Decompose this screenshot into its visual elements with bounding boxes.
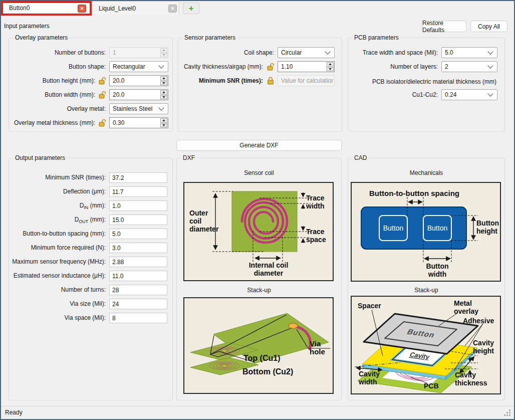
copy-all-button[interactable]: Copy All — [470, 21, 507, 32]
cavity-height-label: Cavity height — [473, 339, 500, 355]
output-max-frequency-field[interactable] — [109, 257, 167, 267]
cu1-cu2-value: 0.24 — [445, 91, 456, 98]
mechanicals-button2-label: Button — [427, 224, 447, 232]
number-of-layers-value: 2 — [445, 63, 448, 70]
spin-down-button[interactable] — [160, 81, 167, 86]
trace-width-label: Trace width — [306, 194, 330, 210]
spin-down-button[interactable] — [327, 67, 334, 72]
metal-overlay-label: Metal overlay — [454, 299, 487, 315]
triangle-up-icon — [162, 119, 165, 121]
spin-down-button[interactable] — [160, 53, 167, 58]
tab-button0-close-icon[interactable]: ✕ — [78, 5, 86, 13]
output-spacing-field[interactable] — [109, 229, 167, 239]
coil-shape-label: Coil shape: — [244, 47, 274, 58]
internal-coil-diameter-label: Internal coil diameter — [238, 261, 299, 277]
generate-dxf-button[interactable]: Generate DXF — [176, 140, 342, 151]
overlay-metal-thickness-label: Overlay metal thickness (mm): — [14, 117, 95, 128]
outer-coil-diameter-label: Outer coil diameter — [189, 209, 220, 233]
spin-up-button[interactable] — [160, 48, 167, 53]
tab-liquid-level0[interactable]: Liquid_Level0 — [92, 1, 179, 15]
number-of-layers-combobox[interactable]: 2 — [441, 61, 497, 72]
restore-defaults-button[interactable]: Restore Defaults — [422, 21, 466, 32]
cavity-thickness-value: 1.10 — [281, 63, 293, 70]
tab-liquid-level0-close-icon[interactable]: ✕ — [168, 5, 177, 13]
cu1-cu2-label: Cu1-Cu2: — [412, 89, 438, 100]
cavity-thickness-spinbox[interactable]: 1.10 — [278, 61, 335, 72]
output-turns-field[interactable] — [109, 285, 167, 295]
chevron-down-icon — [487, 49, 493, 54]
sensor-parameters-legend: Sensor parameters — [182, 34, 237, 42]
output-min-force-field[interactable] — [109, 243, 167, 253]
mechanicals-button1-label: Button — [383, 224, 403, 232]
bottom-cu2-label: Bottom (Cu2) — [242, 368, 293, 376]
status-bar: Ready — [1, 406, 514, 419]
spin-up-button[interactable] — [160, 76, 167, 81]
output-via-size-label: Via size (Mil): — [70, 299, 106, 309]
spin-up-button[interactable] — [160, 118, 167, 123]
button-width-spinbox[interactable]: 20.0 — [109, 89, 168, 100]
number-of-layers-label: Number of layers: — [390, 61, 438, 72]
coil-shape-value: Circular — [281, 49, 302, 56]
resize-grip[interactable] — [504, 409, 510, 416]
tab-liquid-level0-label: Liquid_Level0 — [99, 5, 136, 12]
cad-group: CAD Mechanicals Button Button Button-to-… — [348, 158, 505, 400]
coil-shape-combobox[interactable]: Circular — [278, 47, 335, 58]
button-height-spinbox[interactable]: 20.0 — [109, 75, 168, 86]
overlay-parameters-legend: Overlay parameters — [13, 34, 70, 42]
output-max-frequency-label: Maximum sensor frequency (MHz): — [12, 257, 106, 267]
lock-open-icon[interactable] — [98, 90, 107, 99]
output-via-size-field[interactable] — [109, 299, 167, 309]
lock-closed-icon[interactable] — [267, 76, 275, 85]
trace-width-space-combobox[interactable]: 5.0 — [441, 47, 497, 58]
output-spacing-label: Button-to-button spacing (mm): — [23, 229, 106, 239]
lock-open-icon[interactable] — [98, 76, 107, 85]
number-of-buttons-value: 1 — [113, 49, 116, 56]
pcb-label: PCB — [424, 382, 439, 390]
output-deflection-field[interactable] — [109, 186, 167, 197]
spin-buttons — [326, 62, 334, 72]
spin-buttons — [160, 48, 168, 58]
min-snr-input[interactable] — [278, 75, 335, 86]
triangle-up-icon — [162, 77, 165, 79]
pcb-parameters-legend: PCB parameters — [352, 34, 401, 42]
chevron-down-icon — [487, 63, 493, 68]
output-din-field[interactable] — [109, 200, 167, 211]
lock-open-icon[interactable] — [267, 62, 275, 71]
output-dout-field[interactable] — [109, 215, 167, 225]
triangle-down-icon — [162, 54, 165, 56]
plus-icon: + — [189, 4, 194, 14]
via-hole-label: Via hole — [310, 340, 331, 356]
spin-down-button[interactable] — [160, 123, 167, 128]
lock-open-icon[interactable] — [98, 118, 107, 127]
triangle-up-icon — [162, 49, 165, 51]
overlay-metal-thickness-spinbox[interactable]: 0.30 — [109, 117, 168, 128]
overlay-parameters-group: Overlay parameters Number of buttons: 1 … — [9, 38, 173, 132]
overlay-metal-combobox[interactable]: Stainless Steel — [109, 103, 168, 114]
input-parameters-title: Input parameters — [4, 23, 50, 30]
button-shape-combobox[interactable]: Rectangular — [109, 61, 168, 72]
dxf-stackup-diagram: Top (Cu1) Bottom (Cu2) Via hole — [183, 297, 334, 394]
number-of-buttons-spinbox[interactable]: 1 — [109, 47, 168, 58]
output-parameters-group: Output parameters Minimum SNR (times): D… — [9, 158, 173, 400]
cu1-cu2-combobox[interactable]: 0.24 — [441, 89, 497, 100]
triangle-down-icon — [329, 68, 332, 70]
triangle-down-icon — [162, 96, 165, 98]
spin-down-button[interactable] — [160, 95, 167, 100]
add-tab-button[interactable]: + — [183, 3, 199, 14]
spin-up-button[interactable] — [160, 90, 167, 95]
button-height-label: Button height (mm): — [43, 75, 95, 86]
output-min-snr-field[interactable] — [109, 172, 167, 183]
mechanicals-diagram: Button Button Button-to-button spacing B… — [351, 182, 501, 282]
dxf-stackup-title: Stack-up — [177, 287, 341, 294]
overlay-metal-thickness-value: 0.30 — [113, 119, 124, 126]
button-width-value: 20.0 — [113, 91, 124, 98]
spin-up-button[interactable] — [327, 62, 334, 67]
trace-width-space-label: Trace width and space (Mil): — [363, 47, 438, 58]
button-height-diagram-label: Button height — [476, 219, 499, 235]
output-via-space-label: Via space (Mil): — [65, 313, 106, 323]
output-inductance-field[interactable] — [109, 271, 167, 281]
sensor-parameters-group: Sensor parameters Coil shape: Circular C… — [178, 38, 342, 132]
output-via-space-field[interactable] — [109, 313, 167, 323]
output-dout-label: DOUT (mm): — [75, 215, 106, 227]
status-text: Ready — [5, 409, 23, 416]
